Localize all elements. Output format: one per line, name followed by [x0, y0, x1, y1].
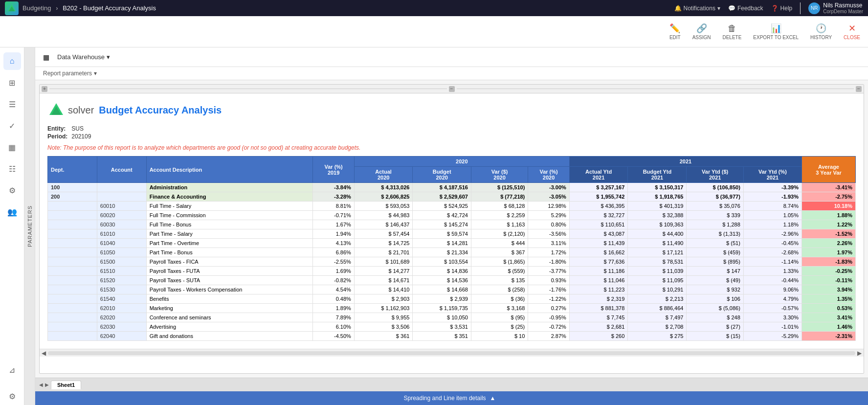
table-cell: -3.05% — [528, 192, 570, 202]
sidebar-item-settings[interactable]: ⚙ — [3, 387, 21, 405]
table-cell: -0.11% — [801, 276, 855, 285]
table-cell: -1.93% — [743, 192, 801, 202]
table-cell: $ 11,095 — [628, 276, 687, 285]
col-group-2021: 2021 — [569, 157, 801, 167]
feedback-button[interactable]: 💬 Feedback — [728, 5, 763, 12]
assign-button[interactable]: 🔗 ASSIGN — [692, 23, 711, 40]
table-cell: $ (895) — [687, 257, 743, 267]
table-cell: $ (27) — [687, 322, 743, 332]
col-var19: Var (%)2019 — [313, 157, 355, 183]
app-logo[interactable] — [5, 1, 19, 15]
table-cell: Part Time - Overtime — [146, 239, 313, 248]
table-cell: $ 14,668 — [413, 285, 471, 294]
table-cell: $ 145,274 — [413, 220, 471, 229]
table-cell: $ 401,319 — [628, 202, 687, 211]
table-cell: $ 3,257,167 — [569, 183, 628, 192]
resize-minus-right[interactable]: − — [856, 86, 862, 92]
solver-logo: solver — [47, 101, 94, 119]
table-cell: Payroll Taxes - FICA — [146, 257, 313, 267]
db-table-icon: ▦ — [43, 53, 49, 61]
scroll-right-btn[interactable]: ▶ — [857, 350, 862, 357]
parameters-panel[interactable]: Parameters — [24, 47, 35, 405]
table-cell: 4.79% — [743, 294, 801, 304]
table-cell: -2.68% — [743, 248, 801, 257]
sidebar-item-integrations[interactable]: ⚙ — [3, 181, 21, 199]
table-cell: -0.72% — [528, 322, 570, 332]
table-row: 60010Full Time - Salary8.81%$ 593,053$ 5… — [48, 202, 856, 211]
table-cell: $ 2,708 — [628, 322, 687, 332]
spreadsheet-container[interactable]: + − − solver Budget Accur — [39, 84, 864, 374]
report-params-button[interactable]: Report parameters ▾ — [43, 70, 97, 77]
table-cell: $ 17,121 — [628, 248, 687, 257]
table-cell: $ 3,531 — [413, 322, 471, 332]
report-logo-area: solver Budget Accuracy Analysis — [47, 101, 856, 119]
col-budget20: Budget2020 — [413, 167, 471, 183]
table-cell: -2.75% — [801, 192, 855, 202]
prev-sheet-btn[interactable]: ◀ — [39, 382, 43, 387]
close-button[interactable]: ✕ CLOSE — [844, 23, 860, 40]
user-details: Nils Rasmusse CorpDemo Master — [823, 2, 863, 14]
table-cell: $ 361 — [354, 332, 413, 341]
table-cell: $ 14,281 — [413, 239, 471, 248]
sidebar-item-dashboard[interactable]: ⊞ — [3, 74, 21, 91]
table-cell: $ 110,651 — [569, 220, 628, 229]
export-icon: 📊 — [771, 23, 781, 34]
breadcrumb-parent[interactable]: Budgeting — [22, 4, 51, 12]
table-cell: $ 275 — [628, 332, 687, 341]
table-cell: $ (125,510) — [471, 183, 528, 192]
table-cell: $ 260 — [569, 332, 628, 341]
table-cell: 60010 — [97, 202, 146, 211]
sheet-tab-1[interactable]: Sheet1 — [51, 381, 81, 389]
spreading-bar[interactable]: Spreading and Line item details ▲ — [35, 391, 868, 405]
top-nav: Budgeting › B202 - Budget Accuracy Analy… — [0, 0, 868, 16]
table-cell: 1.18% — [743, 220, 801, 229]
delete-button[interactable]: 🗑 DELETE — [722, 23, 741, 40]
table-cell: -0.45% — [743, 239, 801, 248]
table-cell: $ 1,159,735 — [413, 304, 471, 313]
table-cell: $ 32,388 — [628, 211, 687, 220]
table-cell: 1.67% — [313, 220, 355, 229]
table-row: 60020Full Time - Commission-0.71%$ 44,98… — [48, 211, 856, 220]
table-cell: 0.80% — [528, 220, 570, 229]
history-button[interactable]: 🕐 HISTORY — [810, 23, 832, 40]
table-cell: -1.01% — [743, 322, 801, 332]
col-budget-ytd21: Budget Ytd2021 — [628, 167, 687, 183]
scroll-left-btn[interactable]: ◀ — [42, 350, 46, 357]
table-cell: $ 44,400 — [628, 229, 687, 239]
edit-button[interactable]: ✏️ EDIT — [669, 23, 681, 40]
sidebar-item-users[interactable]: 👥 — [3, 203, 21, 221]
table-cell: -3.00% — [528, 183, 570, 192]
table-cell: $ 524,925 — [413, 202, 471, 211]
table-cell — [48, 313, 97, 322]
table-row: 100Administration-3.84%$ 4,313,026$ 4,18… — [48, 183, 856, 192]
sidebar-item-tables[interactable]: ▦ — [3, 138, 21, 156]
table-cell: 1.46% — [801, 322, 855, 332]
sidebar-item-analytics[interactable]: ☷ — [3, 160, 21, 178]
table-row: 61530Payroll Taxes - Workers Compensatio… — [48, 285, 856, 294]
sidebar-item-home[interactable]: ⌂ — [3, 52, 21, 70]
breadcrumb-current: B202 - Budget Accuracy Analysis — [63, 4, 156, 12]
table-cell: $ 135 — [471, 276, 528, 285]
sidebar-item-reports[interactable]: ☰ — [3, 95, 21, 113]
table-cell: $ 11,186 — [569, 267, 628, 276]
help-button[interactable]: ❓ Help — [771, 5, 793, 12]
data-warehouse-button[interactable]: Data Warehouse ▾ — [53, 51, 114, 63]
table-cell: $ 2,939 — [413, 294, 471, 304]
sidebar-item-filter[interactable]: ⊿ — [3, 361, 21, 379]
table-cell: $ 14,671 — [354, 276, 413, 285]
sidebar-item-tasks[interactable]: ✓ — [3, 117, 21, 135]
table-cell: 6.10% — [313, 322, 355, 332]
resize-minus-mid[interactable]: − — [449, 86, 455, 92]
table-cell: -0.44% — [743, 276, 801, 285]
table-cell — [48, 248, 97, 257]
export-button[interactable]: 📊 EXPORT TO EXCEL — [753, 23, 799, 40]
user-info[interactable]: NR Nils Rasmusse CorpDemo Master — [808, 2, 863, 14]
table-cell: 61010 — [97, 229, 146, 239]
table-cell — [97, 192, 146, 202]
resize-plus-left[interactable]: + — [42, 86, 47, 92]
next-sheet-btn[interactable]: ▶ — [45, 382, 49, 387]
notifications-button[interactable]: 🔔 Notifications ▾ — [674, 5, 720, 12]
horizontal-scrollbar[interactable]: ◀ ▶ — [40, 349, 864, 357]
table-cell: -3.28% — [313, 192, 355, 202]
table-cell: 5.29% — [528, 211, 570, 220]
